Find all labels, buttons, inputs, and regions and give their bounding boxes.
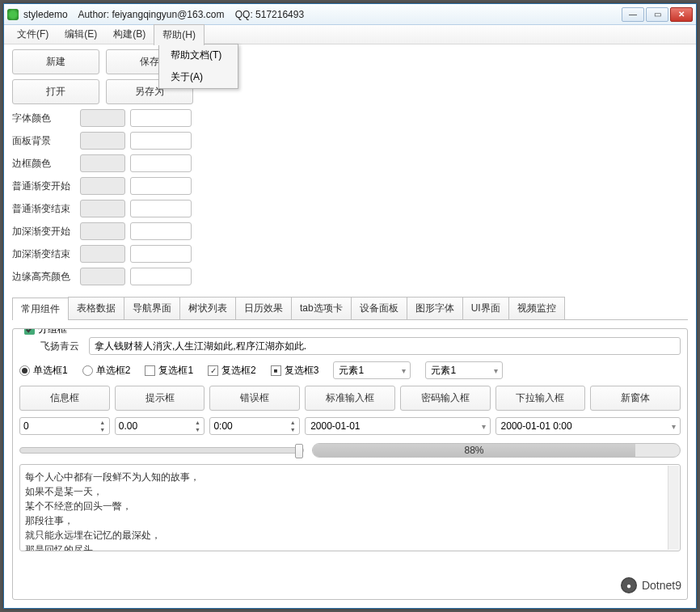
tab-calendar[interactable]: 日历效果 [235, 297, 292, 319]
spin-down-icon[interactable]: ▼ [287, 426, 298, 433]
border-color-input[interactable] [130, 154, 192, 172]
newwin-button[interactable]: 新窗体 [590, 386, 681, 411]
spin-down-icon[interactable]: ▼ [97, 426, 108, 433]
groupbox-checkbox[interactable] [24, 328, 35, 335]
tabs: 常用组件 表格数据 导航界面 树状列表 日历效果 tab选项卡 设备面板 图形字… [12, 297, 688, 320]
tab-ui[interactable]: UI界面 [462, 297, 509, 319]
row1-label: 飞扬青云 [19, 340, 84, 353]
slider-thumb[interactable] [295, 444, 303, 458]
dropinput-button[interactable]: 下拉输入框 [495, 386, 586, 411]
row1-input[interactable] [89, 337, 681, 355]
info-button[interactable]: 信息框 [19, 386, 110, 411]
error-button[interactable]: 错误框 [209, 386, 300, 411]
maximize-button[interactable]: ▭ [646, 7, 668, 22]
grad-deep-end-swatch[interactable] [80, 245, 125, 263]
window-controls: — ▭ ✕ [622, 7, 693, 22]
menu-help-docs[interactable]: 帮助文档(T) [159, 44, 238, 66]
select1[interactable]: 元素1 [333, 361, 411, 379]
spin-int[interactable]: 0▲▼ [19, 417, 110, 435]
groupbox: 分组框 飞扬青云 单选框1 单选框2 复选框1 复选框2 复选框3 元素1 元素… [12, 328, 688, 600]
prop-label: 加深渐变开始 [12, 225, 75, 238]
grad-normal-start-input[interactable] [130, 177, 192, 195]
prop-label: 加深渐变结束 [12, 247, 75, 261]
tab-iconfont[interactable]: 图形字体 [407, 297, 463, 319]
window-title: styledemo Author: feiyangqingyun@163.com… [23, 9, 622, 20]
tab-device[interactable]: 设备面板 [351, 297, 407, 319]
tab-tabcard[interactable]: tab选项卡 [291, 297, 352, 319]
minimize-button[interactable]: — [622, 7, 644, 22]
grad-normal-start-swatch[interactable] [80, 177, 125, 195]
font-color-input[interactable] [130, 109, 192, 127]
checkbox2[interactable]: 复选框2 [208, 364, 256, 378]
tab-video[interactable]: 视频监控 [508, 297, 565, 319]
spin-up-icon[interactable]: ▲ [287, 419, 298, 426]
spin-time[interactable]: 0:00▲▼ [209, 417, 300, 435]
prop-label: 普通渐变开始 [12, 179, 75, 193]
tab-table[interactable]: 表格数据 [68, 297, 124, 319]
prop-label: 字体颜色 [12, 112, 75, 125]
textarea[interactable]: 每个人心中都有一段鲜不为人知的故事， 如果不是某一天， 某个不经意的回头一瞥， … [19, 464, 681, 551]
menu-help-about[interactable]: 关于(A) [159, 66, 238, 88]
grad-normal-end-input[interactable] [130, 200, 192, 217]
spin-double[interactable]: 0.00▲▼ [115, 417, 205, 435]
help-dropdown: 帮助文档(T) 关于(A) [158, 44, 238, 89]
textarea-content: 每个人心中都有一段鲜不为人知的故事， 如果不是某一天， 某个不经意的回头一瞥， … [25, 470, 675, 551]
scrollbar[interactable] [668, 466, 679, 550]
slider[interactable] [19, 447, 304, 454]
panel-bg-input[interactable] [130, 132, 192, 150]
open-button[interactable]: 打开 [12, 79, 99, 104]
date-field[interactable]: 2000-01-01 [305, 417, 490, 435]
pwdinput-button[interactable]: 密码输入框 [400, 386, 491, 411]
progressbar: 88% [312, 443, 681, 458]
prop-label: 边框颜色 [12, 157, 75, 171]
groupbox-legend[interactable]: 分组框 [21, 328, 70, 336]
app-icon [7, 9, 19, 20]
stdinput-button[interactable]: 标准输入框 [305, 386, 395, 411]
menu-help[interactable]: 帮助(H) [154, 24, 205, 45]
grad-deep-start-input[interactable] [130, 222, 192, 240]
prop-label: 边缘高亮颜色 [12, 270, 75, 284]
checkbox3[interactable]: 复选框3 [271, 364, 319, 378]
groupbox-title: 分组框 [38, 328, 67, 336]
edge-highlight-input[interactable] [130, 268, 192, 285]
content: 新建 保存 打开 另存为 字体颜色 面板背景 边框颜色 普通渐变开始 普通渐变结… [4, 44, 696, 608]
new-button[interactable]: 新建 [12, 49, 99, 74]
edge-highlight-swatch[interactable] [80, 268, 125, 285]
window: styledemo Author: feiyangqingyun@163.com… [3, 3, 697, 609]
radio2[interactable]: 单选框2 [82, 364, 131, 378]
menu-build[interactable]: 构建(B) [105, 24, 154, 44]
spin-down-icon[interactable]: ▼ [192, 426, 203, 433]
spin-up-icon[interactable]: ▲ [192, 419, 203, 426]
close-button[interactable]: ✕ [670, 7, 693, 22]
prop-label: 面板背景 [12, 134, 75, 148]
checkbox1[interactable]: 复选框1 [145, 364, 193, 378]
progress-text: 88% [464, 445, 483, 456]
titlebar: styledemo Author: feiyangqingyun@163.com… [4, 4, 696, 25]
font-color-swatch[interactable] [80, 109, 125, 127]
select2[interactable]: 元素1 [425, 361, 503, 379]
tab-tree[interactable]: 树状列表 [179, 297, 236, 319]
prop-label: 普通渐变结束 [12, 202, 75, 216]
datetime-field[interactable]: 2000-01-01 0:00 [495, 417, 681, 435]
panel-bg-swatch[interactable] [80, 132, 125, 150]
menu-file[interactable]: 文件(F) [9, 24, 57, 44]
border-color-swatch[interactable] [80, 154, 125, 172]
hint-button[interactable]: 提示框 [115, 386, 205, 411]
tab-common[interactable]: 常用组件 [12, 298, 69, 320]
grad-deep-end-input[interactable] [130, 245, 192, 263]
grad-normal-end-swatch[interactable] [80, 200, 125, 217]
grad-deep-start-swatch[interactable] [80, 222, 125, 240]
tab-nav[interactable]: 导航界面 [124, 297, 180, 319]
spin-up-icon[interactable]: ▲ [97, 419, 108, 426]
menubar: 文件(F) 编辑(E) 构建(B) 帮助(H) 帮助文档(T) 关于(A) [4, 25, 696, 44]
radio1[interactable]: 单选框1 [19, 364, 68, 378]
menu-edit[interactable]: 编辑(E) [57, 24, 105, 44]
